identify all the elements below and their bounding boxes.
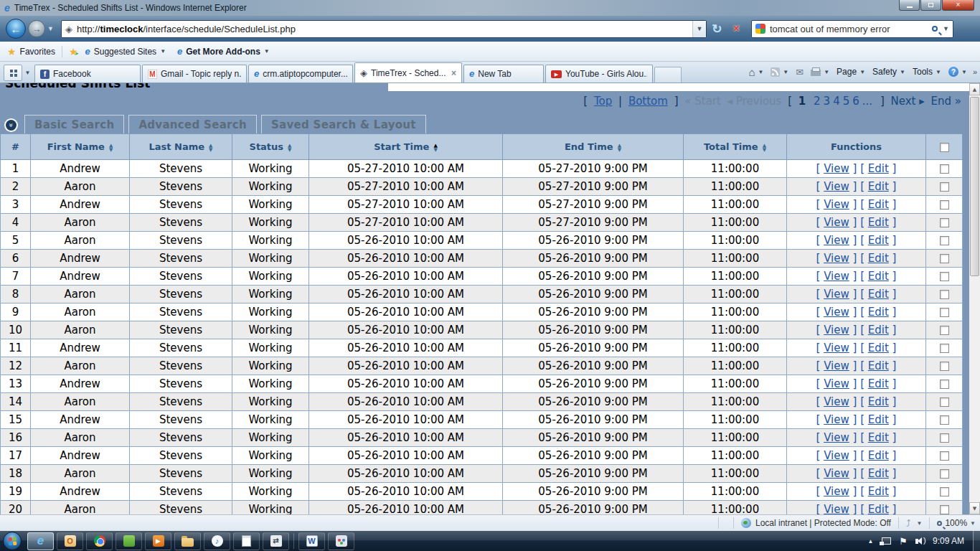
view-link[interactable]: View [824, 252, 849, 265]
scroll-down-arrow-icon[interactable]: ▼ [969, 502, 980, 514]
taskbar-chrome-button[interactable] [86, 532, 113, 550]
page-menu[interactable]: Page▼ [837, 67, 865, 77]
sort-arrows-icon[interactable]: ▲▼ [209, 143, 212, 152]
row-checkbox[interactable] [940, 200, 949, 209]
view-link[interactable]: View [824, 503, 849, 514]
row-checkbox[interactable] [940, 308, 949, 317]
read-mail-button[interactable]: ✉ [796, 67, 804, 77]
zoom-level[interactable]: 100% [945, 518, 967, 528]
col-header-end-time[interactable]: End Time▲▼ [503, 134, 684, 160]
tab-facebook[interactable]: fFacebook [34, 65, 141, 83]
edit-link[interactable]: Edit [868, 395, 889, 408]
sort-arrows-icon[interactable]: ▲▼ [109, 143, 113, 152]
zone-dropdown-icon[interactable]: ▼ [916, 520, 922, 527]
quick-tabs-button[interactable] [4, 65, 22, 81]
tab-list-dropdown-icon[interactable]: ▼ [23, 65, 32, 81]
row-checkbox[interactable] [940, 433, 949, 443]
col-header-start-time[interactable]: Start Time▲▼ [309, 134, 503, 160]
start-button[interactable] [3, 532, 22, 550]
col-header-status[interactable]: Status▲▼ [232, 134, 309, 160]
pagination-page-3[interactable]: 3 [824, 95, 831, 108]
row-checkbox[interactable] [940, 451, 949, 461]
edit-link[interactable]: Edit [868, 252, 889, 265]
add-favorite-icon[interactable]: ★ [69, 46, 78, 57]
scrollbar-thumb[interactable] [970, 97, 979, 276]
row-checkbox[interactable] [940, 326, 949, 335]
taskbar-explorer-button[interactable] [174, 532, 201, 550]
taskbar-clock[interactable]: 9:09 AM [933, 536, 964, 546]
edit-link[interactable]: Edit [868, 216, 889, 229]
tab-close-icon[interactable]: × [451, 68, 456, 78]
zoom-magnifier-icon[interactable] [937, 521, 942, 526]
sort-arrows-icon[interactable]: ▲▼ [433, 143, 437, 152]
row-checkbox[interactable] [940, 182, 949, 192]
edit-link[interactable]: Edit [868, 467, 889, 480]
select-all-checkbox[interactable] [940, 143, 949, 152]
row-checkbox[interactable] [940, 487, 949, 496]
view-link[interactable]: View [824, 467, 849, 480]
show-hidden-icons-button[interactable]: ▲ [867, 538, 873, 545]
view-link[interactable]: View [824, 485, 849, 498]
vertical-scrollbar[interactable]: ▲ ▼ [969, 83, 980, 514]
edit-link[interactable]: Edit [868, 324, 889, 336]
sort-arrows-icon[interactable]: ▲▼ [618, 143, 621, 152]
tab-new-tab[interactable]: eNew Tab [463, 65, 544, 83]
edit-link[interactable]: Edit [868, 449, 889, 462]
safety-menu[interactable]: Safety▼ [872, 67, 905, 77]
favorites-item-suggested-sites[interactable]: eSuggested Sites▼ [85, 47, 166, 57]
edit-link[interactable]: Edit [868, 288, 889, 301]
row-checkbox[interactable] [940, 362, 949, 371]
tab-crm-atiptopcomputer[interactable]: ecrm.atiptopcomputer... [248, 65, 353, 83]
search-icon[interactable] [932, 26, 938, 32]
compatibility-icon[interactable]: ⤴ [906, 518, 911, 529]
show-desktop-button[interactable] [973, 531, 980, 551]
view-link[interactable]: View [824, 413, 849, 426]
tab-gmail-topic-reply-n[interactable]: MGmail - Topic reply n... [142, 65, 247, 83]
view-link[interactable]: View [824, 198, 849, 211]
stop-button[interactable]: × [727, 20, 745, 38]
pagination-page-4[interactable]: 4 [833, 95, 840, 108]
row-checkbox[interactable] [940, 218, 949, 227]
search-tab-saved-search-layout[interactable]: Saved Search & Layout [261, 115, 426, 133]
row-checkbox[interactable] [940, 344, 949, 353]
taskbar-notepad-button[interactable] [233, 532, 260, 550]
edit-link[interactable]: Edit [868, 485, 889, 498]
search-query[interactable]: tomcat out of memmory error [770, 24, 929, 34]
view-link[interactable]: View [824, 395, 849, 408]
pagination-next-link[interactable]: Next ▸ [891, 95, 925, 108]
help-menu[interactable]: ?▼ [948, 67, 967, 77]
col-header-last-name[interactable]: Last Name▲▼ [130, 134, 232, 160]
col-header-total-time[interactable]: Total Time▲▼ [684, 134, 787, 160]
view-link[interactable]: View [824, 234, 849, 247]
row-checkbox[interactable] [940, 415, 949, 425]
view-link[interactable]: View [824, 216, 849, 229]
edit-link[interactable]: Edit [868, 162, 889, 175]
view-link[interactable]: View [824, 306, 849, 319]
collapse-search-button[interactable]: » [4, 118, 18, 132]
action-center-flag-icon[interactable]: ⚑ [899, 536, 908, 547]
taskbar-evernote-button[interactable] [116, 532, 142, 550]
view-link[interactable]: View [824, 359, 849, 372]
restore-button[interactable] [920, 0, 941, 11]
edit-link[interactable]: Edit [868, 270, 889, 283]
col-header-first-name[interactable]: First Name▲▼ [31, 134, 130, 160]
row-checkbox[interactable] [940, 164, 949, 174]
row-checkbox[interactable] [940, 254, 949, 263]
search-tab-basic-search[interactable]: Basic Search [24, 115, 124, 133]
pagination-end-link[interactable]: End » [931, 95, 961, 108]
edit-link[interactable]: Edit [868, 431, 889, 444]
back-button[interactable]: ← [6, 19, 26, 39]
pagination-page-2[interactable]: 2 [814, 95, 821, 108]
address-dropdown-button[interactable]: ▼ [692, 21, 706, 37]
close-button[interactable]: × [942, 0, 974, 11]
row-checkbox[interactable] [940, 290, 949, 299]
taskbar-itunes-button[interactable]: ♪ [204, 532, 230, 550]
pagination-page-[interactable]: ... [862, 95, 872, 108]
view-link[interactable]: View [824, 324, 849, 336]
refresh-button[interactable]: ↻ [708, 20, 726, 38]
tab-youtube-girls-alou[interactable]: ▶YouTube - Girls Alou... [545, 65, 653, 83]
view-link[interactable]: View [824, 288, 849, 301]
row-checkbox[interactable] [940, 380, 949, 389]
row-checkbox[interactable] [940, 469, 949, 479]
view-link[interactable]: View [824, 180, 849, 193]
